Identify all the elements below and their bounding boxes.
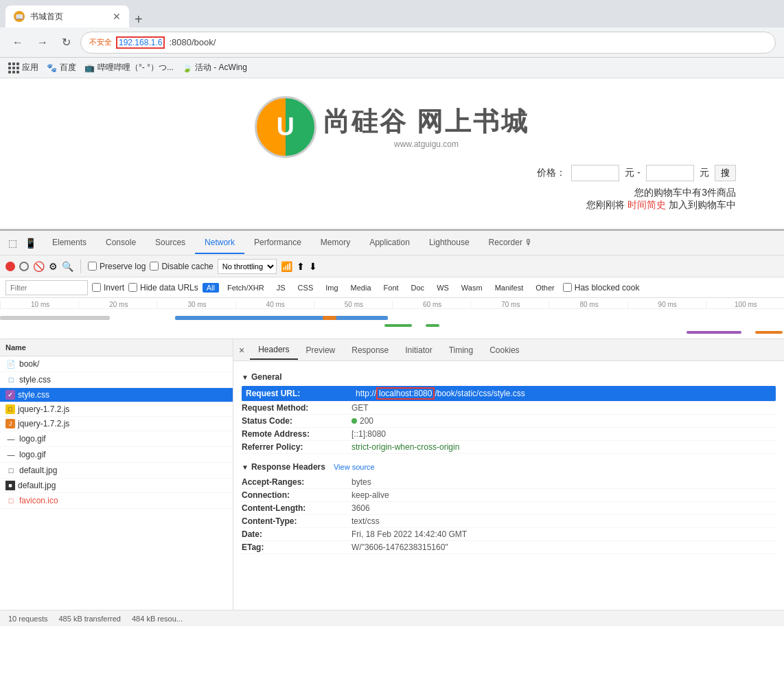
- price-min-input[interactable]: [571, 165, 619, 181]
- hide-data-urls-checkbox[interactable]: [128, 283, 137, 292]
- connection-key: Connection:: [242, 490, 351, 500]
- filter-input[interactable]: [5, 280, 88, 295]
- file-list-header: Name: [0, 339, 233, 356]
- clear-button[interactable]: 🚫: [33, 261, 45, 272]
- devtools-inspect-icon[interactable]: ⬚: [5, 236, 19, 250]
- active-tab[interactable]: 📖 书城首页 ✕: [5, 5, 129, 27]
- tab-elements[interactable]: Elements: [43, 232, 96, 254]
- file-name-jquery-1: jquery-1.7.2.js: [18, 404, 69, 414]
- hide-data-urls-label[interactable]: Hide data URLs: [128, 283, 198, 293]
- request-method-key: Request Method:: [242, 403, 351, 413]
- baidu-icon: 🐾: [47, 63, 57, 73]
- js-icon-1: □: [5, 404, 15, 414]
- toolbar-separator-1: [80, 260, 81, 273]
- tab-console[interactable]: Console: [96, 232, 146, 254]
- invert-checkbox[interactable]: [92, 283, 101, 292]
- record-button[interactable]: [5, 262, 15, 271]
- file-item-jquery-1[interactable]: □ jquery-1.7.2.js: [0, 402, 233, 417]
- file-item-default-jpg-2[interactable]: ■ default.jpg: [0, 479, 233, 493]
- throttle-select[interactable]: No throttling: [218, 259, 277, 274]
- disable-cache-label[interactable]: Disable cache: [150, 262, 213, 271]
- bookmark-acwing[interactable]: 🍃 活动 - AcWing: [182, 62, 247, 73]
- content-length-row: Content-Length: 3606: [242, 502, 776, 515]
- export-button[interactable]: ⬇: [309, 261, 317, 272]
- preserve-log-label[interactable]: Preserve log: [88, 262, 146, 271]
- tab-sources[interactable]: Sources: [146, 232, 195, 254]
- reload-button[interactable]: ↻: [58, 33, 75, 52]
- has-blocked-checkbox[interactable]: [563, 283, 572, 292]
- remote-address-key: Remote Address:: [242, 429, 351, 439]
- timeline-bar-7: [755, 331, 783, 334]
- new-tab-button[interactable]: +: [129, 12, 148, 27]
- filter-type-font[interactable]: Font: [380, 283, 403, 293]
- filter-type-other[interactable]: Other: [531, 283, 559, 293]
- filter-toggle-button[interactable]: ⚙: [49, 261, 58, 272]
- file-item-style-css-1[interactable]: □ style.css: [0, 372, 233, 388]
- back-button[interactable]: ←: [8, 34, 27, 52]
- cart-recent: 您刚刚将 时间简史 加入到购物车中: [586, 199, 736, 211]
- file-item-favicon[interactable]: □ favicon.ico: [0, 493, 233, 509]
- import-button[interactable]: ⬆: [297, 261, 305, 272]
- search-button[interactable]: 🔍: [62, 261, 73, 272]
- price-max-input[interactable]: [646, 165, 694, 181]
- tab-recorder[interactable]: Recorder 🎙: [479, 232, 543, 254]
- tick-30ms: 30 ms: [157, 301, 235, 308]
- filter-type-css[interactable]: CSS: [294, 283, 318, 293]
- detail-tab-preview[interactable]: Preview: [298, 341, 344, 359]
- file-name-logo-gif-1: logo.gif: [19, 434, 46, 444]
- file-item-logo-gif-2[interactable]: — logo.gif: [0, 447, 233, 463]
- filter-type-fetch[interactable]: Fetch/XHR: [223, 283, 268, 293]
- detail-tab-response[interactable]: Response: [343, 341, 397, 359]
- devtools-panel: ⬚ 📱 Elements Console Sources Network Per…: [0, 229, 784, 626]
- bookmark-bilibili[interactable]: 📺 哔哩哔哩（°- °）つ...: [84, 62, 174, 73]
- file-item-style-css-2[interactable]: ✓ style.css: [0, 388, 233, 402]
- filter-type-img[interactable]: Img: [321, 283, 342, 293]
- filter-type-js[interactable]: JS: [273, 283, 290, 293]
- devtools-device-icon[interactable]: 📱: [23, 236, 37, 250]
- tab-favicon: 📖: [14, 11, 25, 22]
- etag-row: ETag: W/"3606-1476238315160": [242, 541, 776, 554]
- disable-cache-checkbox[interactable]: [150, 262, 159, 271]
- filter-type-wasm[interactable]: Wasm: [457, 283, 487, 293]
- tab-lighthouse[interactable]: Lighthouse: [419, 232, 479, 254]
- has-blocked-label[interactable]: Has blocked cook: [563, 283, 640, 293]
- detail-tab-initiator[interactable]: Initiator: [397, 341, 440, 359]
- tab-application[interactable]: Application: [360, 232, 419, 254]
- accept-ranges-val: bytes: [351, 477, 371, 487]
- tick-70ms: 70 ms: [470, 301, 549, 308]
- etag-key: ETag:: [242, 542, 351, 552]
- detail-close-button[interactable]: ×: [239, 345, 244, 356]
- bilibili-icon: 📺: [84, 63, 95, 73]
- name-column-header: Name: [5, 343, 26, 352]
- stop-record-button[interactable]: [19, 262, 29, 271]
- file-item-book[interactable]: 📄 book/: [0, 356, 233, 372]
- tick-80ms: 80 ms: [549, 301, 627, 308]
- filter-type-media[interactable]: Media: [347, 283, 376, 293]
- price-label: 价格：: [537, 167, 566, 179]
- detail-tab-headers[interactable]: Headers: [250, 341, 297, 360]
- price-search-button[interactable]: 搜: [715, 165, 736, 181]
- tab-close-button[interactable]: ✕: [113, 11, 121, 22]
- invert-label[interactable]: Invert: [92, 283, 124, 293]
- filter-type-manifest[interactable]: Manifest: [491, 283, 528, 293]
- file-name-default-jpg-1: default.jpg: [19, 466, 57, 475]
- file-item-logo-gif-1[interactable]: — logo.gif: [0, 431, 233, 447]
- tab-performance[interactable]: Performance: [244, 232, 311, 254]
- filter-type-ws[interactable]: WS: [433, 283, 453, 293]
- detail-tab-cookies[interactable]: Cookies: [481, 341, 527, 359]
- tab-memory[interactable]: Memory: [311, 232, 360, 254]
- bookmark-apps[interactable]: 应用: [8, 62, 38, 73]
- forward-button[interactable]: →: [33, 34, 52, 52]
- page-content: U 尚硅谷 网上书城 www.atguigu.com 价格： 元 - 元 搜 您…: [0, 78, 784, 229]
- bookmark-baidu[interactable]: 🐾 百度: [47, 62, 76, 73]
- cart-item-link[interactable]: 时间简史: [627, 199, 666, 210]
- tab-network[interactable]: Network: [195, 232, 244, 254]
- filter-type-all[interactable]: All: [203, 283, 219, 293]
- view-source-link[interactable]: View source: [334, 463, 375, 471]
- file-item-default-jpg-1[interactable]: □ default.jpg: [0, 463, 233, 479]
- file-item-jquery-2[interactable]: J jquery-1.7.2.js: [0, 417, 233, 431]
- address-bar[interactable]: 不安全 192.168.1.6 :8080/book/: [80, 32, 776, 54]
- filter-type-doc[interactable]: Doc: [407, 283, 429, 293]
- preserve-log-checkbox[interactable]: [88, 262, 97, 271]
- detail-tab-timing[interactable]: Timing: [441, 341, 482, 359]
